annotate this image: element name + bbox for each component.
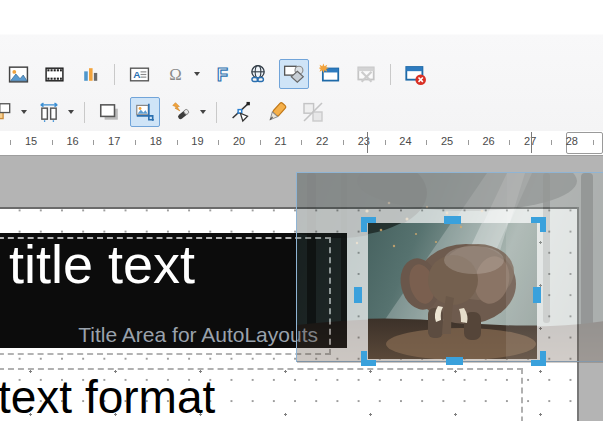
ruler-selection-mark bbox=[531, 132, 532, 153]
toolbar-separator bbox=[390, 64, 391, 85]
filter-icon bbox=[170, 101, 192, 123]
fontwork-button[interactable]: F bbox=[207, 59, 237, 89]
crop-image-button[interactable] bbox=[130, 97, 160, 127]
crop-handle-bottom[interactable] bbox=[446, 357, 463, 365]
new-master-button[interactable] bbox=[315, 59, 345, 89]
arrange-button[interactable] bbox=[0, 97, 17, 127]
selected-image[interactable] bbox=[368, 223, 537, 359]
ruler-tick bbox=[218, 140, 219, 145]
title-area-label: Title Area for AutoLayouts bbox=[0, 323, 318, 347]
gluepoint-pen-icon bbox=[265, 100, 289, 124]
ruler-tick bbox=[10, 140, 11, 145]
ruler-number: 28 bbox=[566, 135, 578, 147]
ruler-number: 23 bbox=[358, 135, 370, 147]
bar-chart-icon bbox=[80, 64, 101, 85]
insert-special-character-button[interactable]: Ω bbox=[160, 59, 190, 89]
svg-text:Ω: Ω bbox=[169, 65, 181, 84]
edit-points-button[interactable] bbox=[226, 97, 256, 127]
insert-image-button[interactable] bbox=[3, 59, 33, 89]
crop-handle-bottom-right[interactable] bbox=[531, 351, 546, 366]
shapes-icon bbox=[283, 63, 305, 85]
ruler-number: 24 bbox=[399, 135, 411, 147]
toggle-3d-button bbox=[298, 97, 328, 127]
ruler-tick bbox=[177, 140, 178, 145]
ruler-tick bbox=[52, 140, 53, 145]
insert-chart-button[interactable] bbox=[75, 59, 105, 89]
distribute-selection-button[interactable] bbox=[34, 97, 64, 127]
ruler-number: 18 bbox=[150, 135, 162, 147]
text-box-icon: A bbox=[129, 64, 150, 85]
toolbar-separator bbox=[216, 102, 217, 123]
arrange-icon bbox=[0, 101, 13, 123]
crop-handle-bottom-left[interactable] bbox=[361, 351, 376, 366]
outline-text: text format bbox=[0, 373, 215, 421]
edit-points-icon bbox=[229, 100, 253, 124]
insert-hyperlink-button[interactable] bbox=[243, 59, 273, 89]
ruler-tick bbox=[593, 140, 594, 145]
ruler-number: 25 bbox=[441, 135, 453, 147]
cube-3d-icon bbox=[301, 100, 325, 124]
insert-media-button[interactable] bbox=[39, 59, 69, 89]
ruler-number: 19 bbox=[191, 135, 203, 147]
ruler-tick bbox=[260, 140, 261, 145]
distribute-icon bbox=[38, 101, 60, 123]
close-master-icon bbox=[404, 63, 427, 86]
image-filter-button[interactable] bbox=[166, 97, 196, 127]
crop-handle-top-right[interactable] bbox=[531, 217, 546, 232]
delete-master-button bbox=[351, 59, 381, 89]
gluepoints-button[interactable] bbox=[262, 97, 292, 127]
crop-icon bbox=[134, 101, 156, 123]
film-icon bbox=[44, 64, 65, 85]
ruler-tick bbox=[135, 140, 136, 145]
basic-shapes-button[interactable] bbox=[279, 59, 309, 89]
special-character-dropdown[interactable] bbox=[194, 72, 200, 76]
arrange-dropdown[interactable] bbox=[21, 110, 27, 114]
ruler-number: 20 bbox=[233, 135, 245, 147]
ruler-tick bbox=[343, 140, 344, 145]
insert-text-box-button[interactable]: A bbox=[124, 59, 154, 89]
ruler-tick bbox=[301, 140, 302, 145]
ruler-number: 16 bbox=[66, 135, 78, 147]
ruler-number: 15 bbox=[25, 135, 37, 147]
globe-link-icon bbox=[247, 63, 269, 85]
toolbar-area: A Ω F bbox=[0, 0, 603, 156]
ruler-number: 22 bbox=[316, 135, 328, 147]
ruler-tick bbox=[509, 140, 510, 145]
crop-handle-top-left[interactable] bbox=[361, 217, 376, 232]
crop-handle-right[interactable] bbox=[533, 287, 541, 303]
ruler-number: 26 bbox=[482, 135, 494, 147]
new-master-icon bbox=[319, 63, 341, 85]
image-filter-dropdown[interactable] bbox=[200, 110, 206, 114]
distribute-dropdown[interactable] bbox=[68, 110, 74, 114]
ruler-tick bbox=[426, 140, 427, 145]
ruler-number: 17 bbox=[108, 135, 120, 147]
fontwork-f-icon: F bbox=[212, 64, 233, 85]
ruler-selection-mark bbox=[367, 132, 368, 153]
ruler-tick bbox=[551, 140, 552, 145]
image-icon bbox=[8, 64, 29, 85]
omega-icon: Ω bbox=[165, 64, 186, 85]
shadow-button[interactable] bbox=[94, 97, 124, 127]
ruler-number: 21 bbox=[274, 135, 286, 147]
svg-text:A: A bbox=[133, 69, 140, 80]
ruler-tick bbox=[385, 140, 386, 145]
elephant-forest-photo bbox=[368, 223, 537, 359]
shadow-icon bbox=[98, 101, 120, 123]
toolbar-separator bbox=[84, 102, 85, 123]
close-master-view-button[interactable] bbox=[400, 59, 430, 89]
slide-title-text: title text bbox=[9, 236, 195, 293]
ruler-tick bbox=[468, 140, 469, 145]
crop-handle-top[interactable] bbox=[444, 216, 461, 224]
application-window: A Ω F bbox=[0, 0, 603, 421]
delete-master-icon bbox=[355, 63, 377, 85]
horizontal-ruler[interactable]: 1516171819202122232425262728 bbox=[0, 131, 603, 156]
drawing-toolbar bbox=[0, 94, 603, 130]
insert-toolbar: A Ω F bbox=[0, 56, 603, 92]
svg-text:F: F bbox=[217, 64, 228, 84]
ruler-tick bbox=[93, 140, 94, 145]
crop-handle-left[interactable] bbox=[354, 287, 362, 303]
toolbar-separator bbox=[114, 64, 115, 85]
